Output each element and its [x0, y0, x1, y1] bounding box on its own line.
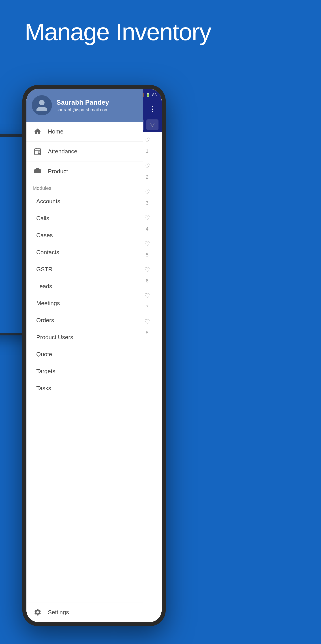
module-item-calls[interactable]: Calls [27, 210, 143, 227]
heart-icon-6[interactable]: ♡ [144, 266, 150, 274]
module-item-meetings[interactable]: Meetings [27, 295, 143, 312]
home-icon [33, 126, 43, 136]
menu-label-product: Product [48, 168, 68, 175]
heart-icon-1[interactable]: ♡ [144, 136, 150, 144]
user-email: saurabh@sparshmail.com [56, 107, 109, 112]
module-item-product-users[interactable]: Product Users [27, 329, 143, 346]
row-num-2: 2 [146, 174, 148, 180]
row-num-8: 8 [146, 330, 148, 336]
module-item-targets[interactable]: Targets [27, 363, 143, 380]
heart-icon-8[interactable]: ♡ [144, 318, 150, 325]
module-item-gstr[interactable]: GSTR [27, 261, 143, 278]
row-num-1: 1 [146, 148, 148, 154]
module-item-tasks[interactable]: Tasks [27, 380, 143, 397]
row-num-7: 7 [146, 304, 148, 310]
heart-icon-4[interactable]: ♡ [144, 214, 150, 222]
menu-label-home: Home [48, 128, 63, 135]
attendance-icon [33, 146, 43, 156]
more-options-icon[interactable]: ⋮ [148, 104, 158, 114]
drawer-header: Saurabh Pandey saurabh@sparshmail.com [27, 89, 143, 122]
menu-item-attendance[interactable]: Attendance [27, 142, 143, 162]
settings-icon [33, 607, 43, 617]
phone-screen: 11:49 AM | 0.0KB/s ➤ ✳ ▐▌ 📶 🔋 86 [27, 89, 162, 622]
row-num-3: 3 [146, 200, 148, 206]
settings-label: Settings [48, 609, 69, 616]
page-title: Manage Inventory [25, 18, 211, 46]
module-item-leads[interactable]: Leads [27, 278, 143, 295]
heart-icon-5[interactable]: ♡ [144, 240, 150, 248]
row-num-6: 6 [146, 278, 148, 284]
module-item-quote[interactable]: Quote [27, 346, 143, 363]
svg-rect-6 [36, 168, 39, 169]
module-item-contacts[interactable]: Contacts [27, 244, 143, 261]
menu-item-product[interactable]: Product [27, 162, 143, 181]
modules-header: Modules [27, 181, 143, 193]
row-num-4: 4 [146, 226, 148, 232]
user-name: Saurabh Pandey [56, 98, 109, 106]
row-num-5: 5 [146, 252, 148, 258]
product-icon [33, 166, 43, 176]
filter-button[interactable]: ▽ [146, 120, 158, 130]
battery-level: 86 [152, 93, 157, 98]
menu-label-attendance: Attendance [48, 148, 78, 155]
avatar [32, 95, 52, 116]
heart-icon-2[interactable]: ♡ [144, 162, 150, 170]
module-item-accounts[interactable]: Accounts [27, 193, 143, 210]
module-item-cases[interactable]: Cases [27, 227, 143, 244]
module-item-orders[interactable]: Orders [27, 312, 143, 329]
heart-icon-7[interactable]: ♡ [144, 292, 150, 300]
settings-item[interactable]: Settings [27, 602, 143, 622]
phone-frame: 11:49 AM | 0.0KB/s ➤ ✳ ▐▌ 📶 🔋 86 [22, 85, 166, 626]
navigation-drawer: Saurabh Pandey saurabh@sparshmail.com Ho… [27, 89, 143, 622]
heart-icon-3[interactable]: ♡ [144, 188, 150, 196]
battery-icon: 🔋 [146, 92, 150, 98]
user-info: Saurabh Pandey saurabh@sparshmail.com [56, 98, 109, 112]
menu-item-home[interactable]: Home [27, 122, 143, 142]
